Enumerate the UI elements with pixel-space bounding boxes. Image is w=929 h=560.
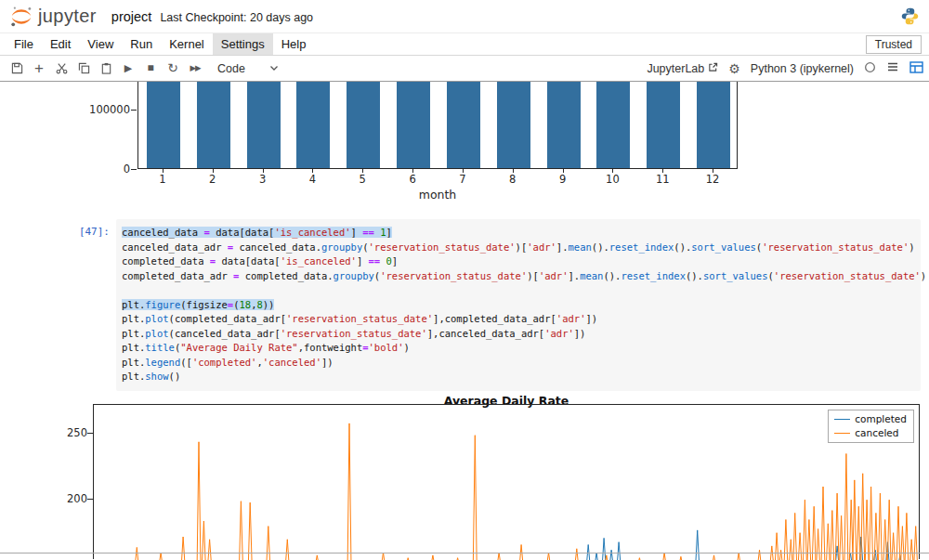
stop-icon: ■: [147, 61, 153, 74]
bar-xtick-label: 4: [288, 173, 338, 186]
bar-month-7: [447, 82, 480, 168]
code-line[interactable]: plt.legend(['completed','canceled']): [122, 356, 915, 371]
menubar: FileEditViewRunKernelSettingsHelp Truste…: [0, 33, 929, 56]
paste-icon: [100, 61, 112, 74]
save-button[interactable]: [6, 56, 28, 82]
menu-items: FileEditViewRunKernelSettingsHelp: [6, 33, 314, 55]
bar-xtick-label: 11: [637, 173, 687, 186]
bar-month-8: [497, 82, 530, 168]
code-line[interactable]: plt.plot(completed_data_adr['reservation…: [122, 312, 915, 327]
menu-kernel[interactable]: Kernel: [161, 33, 213, 55]
bar-chart-xlabel: month: [137, 188, 738, 202]
bar-xtick-label: 1: [137, 173, 188, 186]
fast-forward-icon: ▶▶: [190, 63, 200, 72]
restart-icon: ↻: [167, 60, 178, 75]
menu-help[interactable]: Help: [273, 33, 315, 55]
bar-month-6: [397, 82, 430, 168]
legend-entry-completed: completed: [834, 413, 907, 424]
menu-view[interactable]: View: [79, 33, 122, 55]
window-bottom-border: [0, 553, 929, 553]
kernel-name[interactable]: Python 3 (ipykernel): [751, 62, 854, 75]
cell-type-dropdown[interactable]: Code: [217, 62, 279, 75]
menu-run[interactable]: Run: [122, 33, 161, 55]
app-name: jupyter: [38, 6, 97, 27]
line-ytick-label: 250: [56, 426, 87, 439]
insert-cell-button[interactable]: +: [28, 56, 50, 82]
legend-entry-canceled: canceled: [834, 427, 907, 438]
external-link-icon: [708, 62, 718, 75]
paste-cells-button[interactable]: [95, 56, 117, 82]
code-line[interactable]: canceled_data = data[data['is_canceled']…: [122, 226, 915, 241]
notification-settings-button[interactable]: ⚙: [728, 61, 740, 76]
hamburger-icon: [886, 60, 899, 76]
jupyter-notebook-app: jupyter project Last Checkpoint: 20 days…: [0, 0, 929, 560]
toolbar: + ▶ ■ ↻ ▶▶ Code JupyterLab ⚙ Python 3 (i…: [0, 56, 929, 82]
line-series-svg: [94, 405, 921, 560]
plus-icon: +: [34, 59, 44, 77]
bar-xtick-label: 3: [238, 173, 288, 186]
chevron-down-icon: [269, 65, 279, 72]
checkpoint-status: Last Checkpoint: 20 days ago: [160, 11, 313, 24]
main-menu-button[interactable]: [886, 60, 899, 76]
code-editor[interactable]: canceled_data = data[data['is_canceled']…: [116, 219, 921, 391]
code-line[interactable]: completed_data = data[data['is_canceled'…: [122, 254, 915, 269]
menu-edit[interactable]: Edit: [42, 33, 79, 55]
copy-cells-button[interactable]: [72, 56, 95, 82]
restart-kernel-button[interactable]: ↻: [162, 56, 184, 82]
code-line[interactable]: plt.title("Average Daily Rate",fontweigh…: [122, 341, 915, 356]
save-icon: [11, 61, 23, 74]
play-icon: ▶: [124, 62, 132, 73]
toolbar-right: JupyterLab ⚙ Python 3 (ipykernel): [647, 60, 923, 77]
open-in-jupyterlab-link[interactable]: JupyterLab: [647, 62, 718, 75]
bar-ytick-label: 100000: [72, 103, 130, 116]
code-line[interactable]: plt.show(): [122, 370, 915, 384]
bar-xtick-label: 12: [687, 173, 738, 186]
bar-xtick-label: 2: [188, 173, 238, 186]
bar-month-5: [347, 82, 380, 168]
restart-run-all-button[interactable]: ▶▶: [184, 56, 206, 82]
code-line[interactable]: [122, 283, 915, 298]
bar-month-1: [147, 82, 180, 168]
bar-plot-area: [137, 82, 738, 169]
run-cell-button[interactable]: ▶: [117, 56, 139, 82]
menu-file[interactable]: File: [6, 33, 42, 55]
code-line[interactable]: plt.plot(canceled_data_adr['reservation_…: [122, 327, 915, 342]
bar-xtick-label: 5: [337, 173, 387, 186]
trusted-badge[interactable]: Trusted: [866, 35, 922, 54]
bar-ytick-label: 0: [72, 163, 130, 176]
bar-xtick-label: 10: [588, 173, 638, 186]
notebook-title[interactable]: project: [111, 9, 152, 24]
copy-icon: [78, 61, 90, 74]
jupyter-logo[interactable]: [9, 5, 33, 29]
python-logo: [900, 7, 920, 26]
execution-count: [47]:: [0, 226, 110, 238]
view-switch-button[interactable]: [909, 60, 923, 77]
table-icon: [909, 60, 923, 77]
menu-settings[interactable]: Settings: [213, 33, 273, 55]
bar-month-2: [197, 82, 230, 168]
cut-cells-button[interactable]: [50, 56, 72, 82]
bar-month-4: [296, 82, 330, 168]
bar-chart-output: 1234567891011120100000 month: [0, 82, 929, 204]
notebook-content: 1234567891011120100000 month [47]: cance…: [0, 82, 929, 560]
chart-legend: completedcanceled: [828, 410, 914, 443]
bar-month-9: [547, 82, 581, 168]
bar-month-10: [596, 82, 630, 168]
cell-type-value: Code: [217, 62, 245, 75]
bar-month-3: [247, 82, 281, 168]
titlebar: jupyter project Last Checkpoint: 20 days…: [0, 0, 929, 33]
kernel-idle-icon: [864, 61, 876, 76]
gear-icon: ⚙: [728, 61, 740, 76]
bar-month-12: [697, 82, 730, 168]
code-line[interactable]: completed_data_adr = completed_data.grou…: [122, 269, 915, 284]
code-line[interactable]: plt.figure(figsize=(18,8)): [122, 298, 915, 313]
series-canceled: [94, 423, 921, 560]
code-line[interactable]: canceled_data_adr = canceled_data.groupb…: [122, 241, 915, 255]
kernel-status-indicator[interactable]: [864, 61, 876, 76]
line-ytick-label: 200: [56, 492, 87, 505]
line-chart-output: Average Daily Rate completedcanceled 200…: [0, 397, 929, 560]
bar-xtick-label: 6: [387, 173, 438, 186]
scissors-icon: [56, 61, 68, 74]
jupyterlab-label: JupyterLab: [647, 62, 704, 75]
interrupt-kernel-button[interactable]: ■: [139, 56, 162, 82]
